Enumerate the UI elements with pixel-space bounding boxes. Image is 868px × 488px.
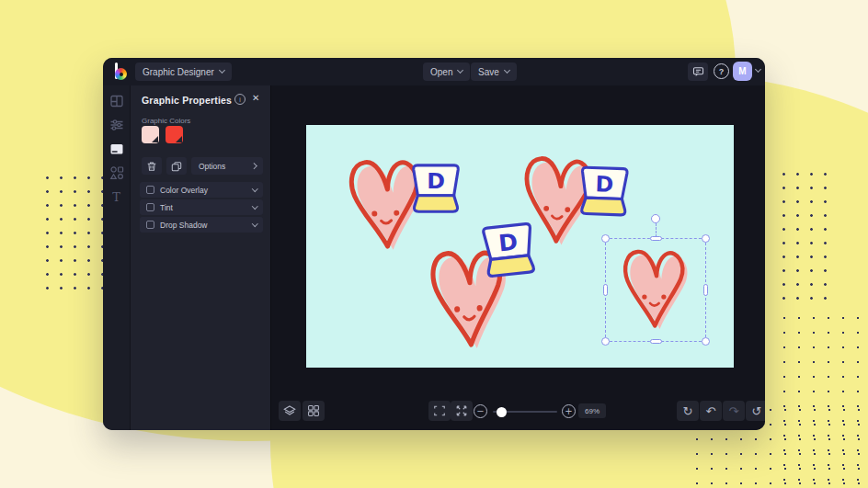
resize-handle-bottom-right[interactable] <box>702 337 710 346</box>
resize-handle-right[interactable] <box>703 284 708 296</box>
color-swatch-red[interactable] <box>166 126 183 143</box>
key-letter: D <box>595 171 614 198</box>
effect-row-color-overlay[interactable]: Color Overlay <box>140 182 263 198</box>
zoom-slider[interactable] <box>493 411 557 413</box>
dot-pattern-right <box>777 167 834 307</box>
undo-icon: ↶ <box>706 405 716 417</box>
checkbox[interactable] <box>146 221 154 229</box>
question-mark-icon: ? <box>719 67 725 76</box>
redo-icon: ↷ <box>729 405 739 417</box>
text-tool-icon: T <box>112 191 120 203</box>
template-icon <box>109 94 124 108</box>
fullscreen-icon <box>455 404 468 417</box>
trash-icon <box>146 161 157 172</box>
rotate-handle[interactable] <box>651 214 660 223</box>
redo-button[interactable]: ↷ <box>723 401 745 421</box>
undo-button[interactable]: ↶ <box>700 401 722 421</box>
graphic-colors-label: Graphic Colors <box>142 117 190 125</box>
artboard[interactable]: D D <box>306 125 734 368</box>
keyboard-key-graphic-3[interactable]: D <box>475 220 542 282</box>
befunky-logo-icon[interactable] <box>113 62 131 81</box>
refresh-icon: ↻ <box>683 405 693 417</box>
layers-icon <box>283 404 296 417</box>
zoom-level-badge: 69% <box>578 403 606 418</box>
account-menu-chevron-icon[interactable] <box>755 66 761 73</box>
resize-handle-bottom[interactable] <box>650 339 662 344</box>
chevron-down-icon <box>252 221 257 226</box>
tool-rail: T <box>103 85 131 430</box>
close-icon: ✕ <box>252 93 259 103</box>
graphic-properties-panel: Graphic Properties i ✕ Graphic Colors <box>131 85 271 430</box>
selection-box[interactable] <box>605 238 706 342</box>
zoom-in-button[interactable]: + <box>562 404 576 418</box>
save-button[interactable]: Save <box>471 62 517 81</box>
chevron-down-icon <box>252 186 257 191</box>
sidebar-item-adjustments[interactable] <box>109 118 124 132</box>
key-letter: D <box>427 169 445 195</box>
effect-label: Color Overlay <box>160 186 247 195</box>
effect-label: Tint <box>160 203 247 212</box>
effect-row-drop-shadow[interactable]: Drop Shadow <box>140 217 263 233</box>
open-label: Open <box>430 67 452 77</box>
sidebar-item-graphics[interactable] <box>109 165 124 180</box>
fit-screen-button[interactable] <box>428 401 451 421</box>
color-swatch-pink[interactable] <box>142 126 159 143</box>
chevron-down-icon <box>219 67 225 74</box>
effect-row-tint[interactable]: Tint <box>140 199 263 215</box>
fullscreen-button[interactable] <box>451 401 473 421</box>
resize-handle-bottom-left[interactable] <box>601 337 610 346</box>
delete-button[interactable] <box>142 157 162 175</box>
speech-bubble-icon <box>692 66 704 78</box>
dot-pattern-left <box>40 171 107 298</box>
shapes-icon <box>109 165 124 180</box>
fit-screen-icon <box>433 404 446 417</box>
duplicate-button[interactable] <box>166 157 187 175</box>
layers-button[interactable] <box>279 401 301 421</box>
sidebar-item-text[interactable]: T <box>109 189 124 204</box>
pages-button[interactable] <box>303 401 325 421</box>
grid-icon <box>307 404 320 417</box>
zoom-slider-knob[interactable] <box>497 407 507 417</box>
options-button[interactable]: Options <box>191 157 263 175</box>
sidebar-item-templates[interactable] <box>109 94 124 108</box>
info-button[interactable]: i <box>234 94 246 105</box>
close-panel-button[interactable]: ✕ <box>252 93 259 103</box>
chevron-down-icon <box>504 67 510 74</box>
key-letter: D <box>497 229 520 257</box>
effect-label: Drop Shadow <box>160 221 247 230</box>
app-mode-menu-button[interactable]: Graphic Designer <box>135 62 232 81</box>
info-icon: i <box>239 96 241 103</box>
history-icon: ↺ <box>752 405 762 417</box>
zoom-out-button[interactable]: − <box>474 404 487 418</box>
resize-handle-left[interactable] <box>603 284 608 296</box>
app-mode-label: Graphic Designer <box>143 67 214 77</box>
help-button[interactable]: ? <box>714 63 729 79</box>
properties-panel-icon <box>109 142 124 156</box>
feedback-button[interactable] <box>688 62 708 81</box>
history-reset-button[interactable]: ↺ <box>746 401 765 421</box>
account-avatar[interactable]: M <box>733 62 752 81</box>
open-button[interactable]: Open <box>423 62 470 81</box>
canvas-area[interactable]: D D <box>271 85 765 430</box>
sidebar-item-graphic-properties[interactable] <box>109 142 124 156</box>
resize-handle-top[interactable] <box>650 236 662 241</box>
app-window: Graphic Designer Open Save ? <box>103 58 765 430</box>
sliders-icon <box>109 118 124 132</box>
top-bar: Graphic Designer Open Save ? <box>103 58 765 85</box>
desktop-background: Graphic Designer Open Save ? <box>0 0 868 488</box>
chevron-right-icon <box>251 163 257 168</box>
keyboard-key-graphic-1[interactable]: D <box>406 162 465 216</box>
zoom-percent: 69% <box>585 407 600 415</box>
chevron-down-icon <box>252 203 257 209</box>
avatar-initial: M <box>738 66 746 76</box>
refresh-button[interactable]: ↻ <box>677 401 699 421</box>
save-label: Save <box>478 67 499 77</box>
checkbox[interactable] <box>146 186 154 194</box>
rotation-stem <box>656 223 657 237</box>
chevron-down-icon <box>457 67 463 74</box>
checkbox[interactable] <box>146 203 154 211</box>
keyboard-key-graphic-2[interactable]: D <box>574 164 634 220</box>
resize-handle-top-left[interactable] <box>601 234 610 243</box>
options-label: Options <box>199 162 225 171</box>
resize-handle-top-right[interactable] <box>702 234 710 243</box>
